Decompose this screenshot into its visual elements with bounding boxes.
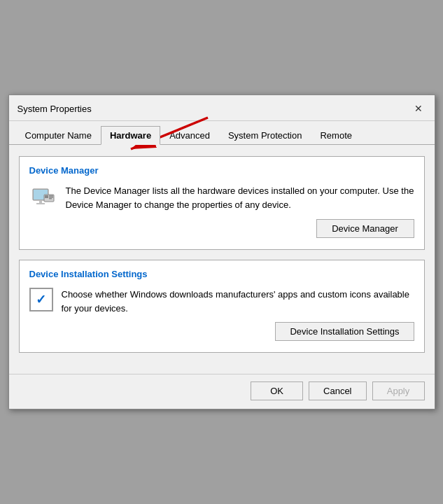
device-manager-icon — [29, 184, 57, 212]
tab-advanced[interactable]: Advanced — [160, 126, 219, 145]
device-installation-settings-button[interactable]: Device Installation Settings — [275, 322, 414, 341]
device-installation-row: ✓ Choose whether Windows downloads manuf… — [29, 288, 414, 315]
window-title: System Properties — [17, 104, 92, 114]
svg-rect-3 — [36, 203, 45, 204]
device-installation-section: Device Installation Settings ✓ Choose wh… — [19, 260, 425, 353]
svg-rect-7 — [49, 197, 53, 198]
cancel-button[interactable]: Cancel — [309, 382, 366, 400]
device-installation-description: Choose whether Windows downloads manufac… — [62, 288, 414, 315]
device-manager-title: Device Manager — [29, 165, 414, 176]
device-manager-button[interactable]: Device Manager — [316, 219, 414, 238]
tab-computer-name[interactable]: Computer Name — [16, 126, 101, 145]
device-manager-section: Device Manager — [19, 156, 425, 250]
title-bar: System Properties ✕ — [9, 95, 435, 121]
device-manager-btn-row: Device Manager — [29, 219, 414, 238]
device-installation-title: Device Installation Settings — [29, 269, 414, 279]
device-installation-btn-row: Device Installation Settings — [29, 322, 414, 341]
checkmark-icon: ✓ — [36, 292, 46, 307]
svg-rect-2 — [39, 200, 42, 203]
device-manager-row: The Device Manager lists all the hardwar… — [29, 184, 414, 212]
tab-remote[interactable]: Remote — [311, 126, 361, 145]
svg-rect-8 — [49, 198, 52, 200]
svg-rect-5 — [45, 195, 48, 198]
tab-hardware[interactable]: Hardware — [101, 126, 160, 145]
tab-bar: Computer Name Hardware Advanced System P… — [9, 121, 435, 145]
device-installation-checkbox[interactable]: ✓ — [29, 288, 53, 312]
svg-rect-6 — [49, 195, 53, 197]
system-properties-window: System Properties ✕ Computer Name Hardwa… — [8, 94, 435, 410]
apply-button[interactable]: Apply — [372, 382, 425, 400]
device-manager-description: The Device Manager lists all the hardwar… — [66, 184, 414, 211]
tab-system-protection[interactable]: System Protection — [219, 126, 311, 145]
footer: OK Cancel Apply — [9, 374, 435, 409]
ok-button[interactable]: OK — [251, 382, 303, 400]
close-button[interactable]: ✕ — [411, 101, 426, 116]
tab-content: Device Manager — [9, 145, 435, 374]
